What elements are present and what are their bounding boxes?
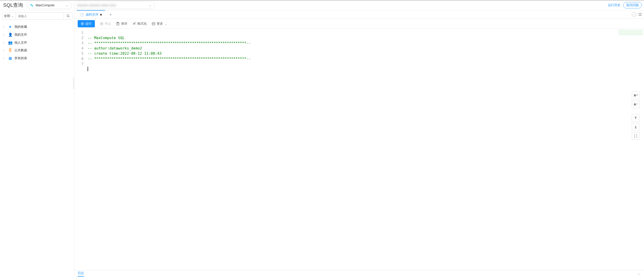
svg-point-10 <box>153 24 154 24</box>
file-icon: 📄 <box>80 13 84 17</box>
format-button[interactable]: 格式化 <box>132 22 147 26</box>
chevron-right-icon: › <box>3 57 6 60</box>
chevron-down-icon: ⌄ <box>633 13 635 16</box>
svg-line-1 <box>69 17 69 17</box>
more-icon <box>152 22 155 26</box>
svg-marker-3 <box>82 23 83 24</box>
chevron-down-icon: ⌄ <box>11 14 14 18</box>
grid-icon: ▦ <box>8 56 12 60</box>
scroll-top-button[interactable] <box>632 114 640 122</box>
panel-expand-button[interactable]: ︿ <box>638 272 641 276</box>
text-cursor <box>88 67 88 71</box>
fullscreen-button[interactable] <box>632 132 640 140</box>
unsaved-dot-icon <box>100 14 102 16</box>
app-title: SQL查询 <box>2 2 25 9</box>
arrow-up-bar-icon <box>634 116 638 120</box>
run-button[interactable]: 运行 <box>78 20 95 27</box>
tree-item-favorites[interactable]: › ★ 我的收藏 <box>2 23 72 31</box>
save-icon <box>116 22 120 26</box>
line-gutter: 1234567 <box>74 29 86 270</box>
engine-name: MaxCompute <box>36 4 54 7</box>
database-icon: 🗄 <box>8 48 12 52</box>
chevron-right-icon: › <box>3 49 6 52</box>
chevron-right-icon: › <box>3 41 6 44</box>
arrow-down-bar-icon <box>634 125 638 129</box>
scroll-bottom-button[interactable] <box>632 123 640 131</box>
bottom-panel: 日志 ︿ <box>74 270 644 277</box>
tab-temp-file[interactable]: 📄 临时文件 <box>77 10 105 19</box>
editor-area: 📄 临时文件 ＋ ⌄ 运行 停止 保存 <box>74 10 644 277</box>
workspace-name: xxxxxxx xxxxxxx xxxxx xxxx <box>77 4 116 7</box>
expand-icon <box>634 134 638 138</box>
svg-rect-6 <box>117 22 118 23</box>
maxcompute-icon: ∿ <box>30 3 34 8</box>
search-input[interactable] <box>16 13 64 20</box>
chevron-right-icon: › <box>3 33 6 36</box>
svg-point-0 <box>67 15 69 17</box>
search-icon <box>66 14 70 18</box>
tab-overflow-button[interactable]: ⌄ <box>632 12 636 17</box>
svg-point-11 <box>154 24 154 24</box>
font-increase-button[interactable]: A⁺ <box>632 92 640 99</box>
chevron-down-icon: ⌄ <box>164 22 167 26</box>
code-editor[interactable]: 1234567 -- MaxCompute SQL -- ***********… <box>74 29 644 270</box>
new-tab-button[interactable]: ＋ <box>105 10 116 19</box>
save-button[interactable]: 保存 <box>116 22 127 26</box>
search-button[interactable] <box>64 13 72 20</box>
tree-item-my-files[interactable]: › 👤 我的文件 <box>2 31 72 39</box>
menu-button[interactable] <box>638 13 642 16</box>
code-content[interactable]: -- MaxCompute SQL -- *******************… <box>86 29 644 270</box>
search-scope-select[interactable]: 全部 ⌄ <box>2 13 16 20</box>
star-icon: ★ <box>8 25 12 29</box>
font-decrease-button[interactable]: A⁻ <box>632 101 640 108</box>
sidebar: 全部 ⌄ › ★ 我的收藏 › 👤 我的文件 › 👥 他人文件 <box>0 10 74 277</box>
chevron-down-icon: ⌄ <box>149 4 152 7</box>
more-button[interactable]: 更多 ⌄ <box>152 22 167 26</box>
log-tab[interactable]: 日志 <box>78 271 84 276</box>
run-history-link[interactable]: 运行历史 <box>608 3 620 7</box>
chevron-right-icon: › <box>3 25 6 29</box>
engine-select[interactable]: ∿ MaxCompute ⌄ <box>27 1 72 9</box>
tab-bar: 📄 临时文件 ＋ ⌄ <box>74 10 644 19</box>
format-icon <box>132 22 136 26</box>
users-icon: 👥 <box>8 41 12 45</box>
stop-button: 停止 <box>100 22 111 26</box>
chevron-down-icon: ⌄ <box>66 4 68 7</box>
play-icon <box>81 22 84 25</box>
user-icon: 👤 <box>8 33 12 37</box>
editor-side-tools: A⁺ A⁻ <box>632 92 640 140</box>
workspace-select[interactable]: xxxxxxx xxxxxxx xxxxx xxxx ⌄ <box>74 1 155 9</box>
return-old-button[interactable]: 返回旧版 <box>623 2 642 8</box>
stop-icon <box>100 22 104 26</box>
top-bar: SQL查询 ∿ MaxCompute ⌄ xxxxxxx xxxxxxx xxx… <box>0 0 644 10</box>
tree: › ★ 我的收藏 › 👤 我的文件 › 👥 他人文件 › 🗄 公共数据 › <box>0 22 74 63</box>
tree-item-all-tables[interactable]: › ▦ 所有的表 <box>2 54 72 62</box>
svg-rect-5 <box>101 23 102 24</box>
toolbar: 运行 停止 保存 格式化 更多 ⌄ <box>74 19 644 29</box>
minimap[interactable] <box>618 30 643 35</box>
svg-point-7 <box>135 22 136 23</box>
tree-item-others-files[interactable]: › 👥 他人文件 <box>2 39 72 47</box>
tree-item-public-data[interactable]: › 🗄 公共数据 <box>2 47 72 54</box>
